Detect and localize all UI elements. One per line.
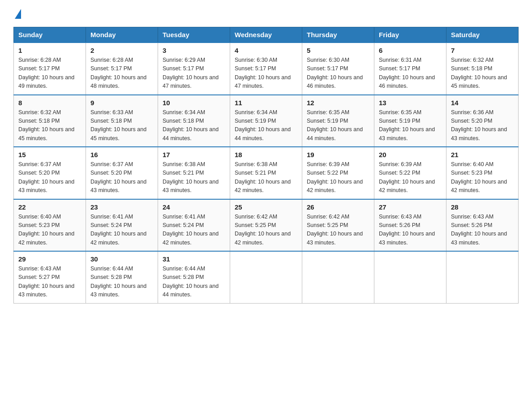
day-number: 14: [451, 99, 514, 107]
day-info: Sunrise: 6:41 AMSunset: 5:24 PMDaylight:…: [163, 213, 225, 248]
day-info: Sunrise: 6:44 AMSunset: 5:28 PMDaylight:…: [163, 265, 225, 300]
calendar-cell: 19Sunrise: 6:39 AMSunset: 5:22 PMDayligh…: [302, 147, 374, 199]
day-number: 8: [18, 99, 81, 107]
day-info: Sunrise: 6:28 AMSunset: 5:17 PMDaylight:…: [18, 56, 81, 91]
week-row-2: 8Sunrise: 6:32 AMSunset: 5:18 PMDaylight…: [14, 95, 519, 147]
day-info: Sunrise: 6:43 AMSunset: 5:27 PMDaylight:…: [18, 265, 81, 300]
day-info: Sunrise: 6:31 AMSunset: 5:17 PMDaylight:…: [379, 56, 442, 91]
day-info: Sunrise: 6:35 AMSunset: 5:19 PMDaylight:…: [379, 108, 442, 143]
calendar-cell: 6Sunrise: 6:31 AMSunset: 5:17 PMDaylight…: [374, 43, 446, 95]
day-info: Sunrise: 6:44 AMSunset: 5:28 PMDaylight:…: [90, 265, 153, 300]
day-info: Sunrise: 6:34 AMSunset: 5:19 PMDaylight:…: [235, 108, 297, 143]
calendar-cell: 18Sunrise: 6:38 AMSunset: 5:21 PMDayligh…: [230, 147, 302, 199]
calendar-cell: 14Sunrise: 6:36 AMSunset: 5:20 PMDayligh…: [446, 95, 519, 147]
calendar-cell: 31Sunrise: 6:44 AMSunset: 5:28 PMDayligh…: [158, 251, 230, 303]
calendar-cell: 29Sunrise: 6:43 AMSunset: 5:27 PMDayligh…: [14, 251, 86, 303]
day-info: Sunrise: 6:34 AMSunset: 5:18 PMDaylight:…: [163, 108, 225, 143]
logo: [13, 9, 21, 19]
calendar-cell: 27Sunrise: 6:43 AMSunset: 5:26 PMDayligh…: [374, 199, 446, 252]
calendar-cell: 5Sunrise: 6:30 AMSunset: 5:17 PMDaylight…: [302, 43, 374, 95]
day-number: 29: [18, 255, 81, 263]
weekday-header-saturday: Saturday: [446, 27, 519, 43]
week-row-4: 22Sunrise: 6:40 AMSunset: 5:23 PMDayligh…: [14, 199, 519, 252]
day-info: Sunrise: 6:37 AMSunset: 5:20 PMDaylight:…: [90, 160, 153, 195]
day-info: Sunrise: 6:29 AMSunset: 5:17 PMDaylight:…: [163, 56, 225, 91]
day-info: Sunrise: 6:43 AMSunset: 5:26 PMDaylight:…: [379, 213, 442, 248]
day-number: 21: [451, 151, 514, 158]
day-number: 27: [379, 203, 442, 211]
calendar-cell: 26Sunrise: 6:42 AMSunset: 5:25 PMDayligh…: [302, 199, 374, 252]
day-number: 26: [307, 203, 369, 211]
day-info: Sunrise: 6:40 AMSunset: 5:23 PMDaylight:…: [18, 213, 81, 248]
calendar-cell: [374, 251, 446, 303]
calendar-cell: 30Sunrise: 6:44 AMSunset: 5:28 PMDayligh…: [86, 251, 158, 303]
day-info: Sunrise: 6:37 AMSunset: 5:20 PMDaylight:…: [18, 160, 81, 195]
day-info: Sunrise: 6:33 AMSunset: 5:18 PMDaylight:…: [90, 108, 153, 143]
day-number: 12: [307, 99, 369, 107]
calendar-cell: 8Sunrise: 6:32 AMSunset: 5:18 PMDaylight…: [14, 95, 86, 147]
day-info: Sunrise: 6:42 AMSunset: 5:25 PMDaylight:…: [235, 213, 297, 248]
day-info: Sunrise: 6:39 AMSunset: 5:22 PMDaylight:…: [307, 160, 369, 195]
calendar-cell: 15Sunrise: 6:37 AMSunset: 5:20 PMDayligh…: [14, 147, 86, 199]
day-info: Sunrise: 6:39 AMSunset: 5:22 PMDaylight:…: [379, 160, 442, 195]
day-number: 10: [163, 99, 225, 107]
day-number: 13: [379, 99, 442, 107]
calendar-cell: 3Sunrise: 6:29 AMSunset: 5:17 PMDaylight…: [158, 43, 230, 95]
calendar-cell: 13Sunrise: 6:35 AMSunset: 5:19 PMDayligh…: [374, 95, 446, 147]
weekday-header-thursday: Thursday: [302, 27, 374, 43]
calendar-cell: 17Sunrise: 6:38 AMSunset: 5:21 PMDayligh…: [158, 147, 230, 199]
day-info: Sunrise: 6:38 AMSunset: 5:21 PMDaylight:…: [163, 160, 225, 195]
day-number: 15: [18, 151, 81, 158]
day-info: Sunrise: 6:35 AMSunset: 5:19 PMDaylight:…: [307, 108, 369, 143]
logo-triangle-icon: [15, 9, 21, 19]
weekday-header-sunday: Sunday: [14, 27, 86, 43]
day-number: 16: [90, 151, 153, 158]
day-number: 17: [163, 151, 225, 158]
calendar-cell: 24Sunrise: 6:41 AMSunset: 5:24 PMDayligh…: [158, 199, 230, 252]
week-row-3: 15Sunrise: 6:37 AMSunset: 5:20 PMDayligh…: [14, 147, 519, 199]
weekday-header-tuesday: Tuesday: [158, 27, 230, 43]
week-row-1: 1Sunrise: 6:28 AMSunset: 5:17 PMDaylight…: [14, 43, 519, 95]
calendar-cell: 20Sunrise: 6:39 AMSunset: 5:22 PMDayligh…: [374, 147, 446, 199]
page-header: [13, 9, 519, 19]
day-number: 6: [379, 47, 442, 54]
day-number: 4: [235, 47, 297, 54]
day-number: 2: [90, 47, 153, 54]
calendar-cell: 28Sunrise: 6:43 AMSunset: 5:26 PMDayligh…: [446, 199, 519, 252]
day-number: 19: [307, 151, 369, 158]
day-info: Sunrise: 6:36 AMSunset: 5:20 PMDaylight:…: [451, 108, 514, 143]
day-number: 25: [235, 203, 297, 211]
day-number: 31: [163, 255, 225, 263]
day-number: 3: [163, 47, 225, 54]
day-number: 1: [18, 47, 81, 54]
day-info: Sunrise: 6:41 AMSunset: 5:24 PMDaylight:…: [90, 213, 153, 248]
weekday-header-row: SundayMondayTuesdayWednesdayThursdayFrid…: [14, 27, 519, 43]
weekday-header-monday: Monday: [86, 27, 158, 43]
calendar-cell: 7Sunrise: 6:32 AMSunset: 5:18 PMDaylight…: [446, 43, 519, 95]
day-info: Sunrise: 6:32 AMSunset: 5:18 PMDaylight:…: [451, 56, 514, 91]
calendar-cell: 22Sunrise: 6:40 AMSunset: 5:23 PMDayligh…: [14, 199, 86, 252]
weekday-header-friday: Friday: [374, 27, 446, 43]
calendar-cell: 9Sunrise: 6:33 AMSunset: 5:18 PMDaylight…: [86, 95, 158, 147]
day-number: 9: [90, 99, 153, 107]
day-number: 20: [379, 151, 442, 158]
day-info: Sunrise: 6:42 AMSunset: 5:25 PMDaylight:…: [307, 213, 369, 248]
day-info: Sunrise: 6:30 AMSunset: 5:17 PMDaylight:…: [307, 56, 369, 91]
day-number: 7: [451, 47, 514, 54]
calendar-cell: 2Sunrise: 6:28 AMSunset: 5:17 PMDaylight…: [86, 43, 158, 95]
calendar-cell: [230, 251, 302, 303]
day-number: 28: [451, 203, 514, 211]
day-number: 11: [235, 99, 297, 107]
calendar-cell: 4Sunrise: 6:30 AMSunset: 5:17 PMDaylight…: [230, 43, 302, 95]
day-info: Sunrise: 6:32 AMSunset: 5:18 PMDaylight:…: [18, 108, 81, 143]
day-number: 5: [307, 47, 369, 54]
day-number: 30: [90, 255, 153, 263]
calendar-cell: 23Sunrise: 6:41 AMSunset: 5:24 PMDayligh…: [86, 199, 158, 252]
weekday-header-wednesday: Wednesday: [230, 27, 302, 43]
calendar-cell: 21Sunrise: 6:40 AMSunset: 5:23 PMDayligh…: [446, 147, 519, 199]
calendar-cell: 25Sunrise: 6:42 AMSunset: 5:25 PMDayligh…: [230, 199, 302, 252]
day-info: Sunrise: 6:30 AMSunset: 5:17 PMDaylight:…: [235, 56, 297, 91]
day-number: 24: [163, 203, 225, 211]
calendar-cell: 16Sunrise: 6:37 AMSunset: 5:20 PMDayligh…: [86, 147, 158, 199]
calendar-cell: 12Sunrise: 6:35 AMSunset: 5:19 PMDayligh…: [302, 95, 374, 147]
